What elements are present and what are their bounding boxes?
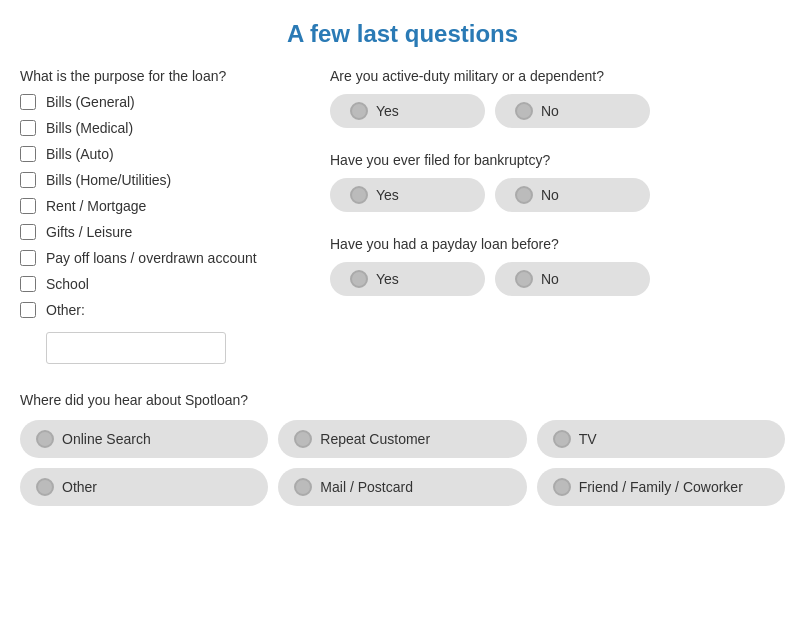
payday-radio-group: Yes No (330, 262, 785, 296)
checkbox-item-pay-off-loans: Pay off loans / overdrawn account (20, 250, 290, 266)
military-yes-circle (350, 102, 368, 120)
military-no-circle (515, 102, 533, 120)
checkbox-item-rent-mortgage: Rent / Mortgage (20, 198, 290, 214)
checkbox-label-rent-mortgage: Rent / Mortgage (46, 198, 146, 214)
military-question-label: Are you active-duty military or a depend… (330, 68, 785, 84)
checkbox-item-bills-general: Bills (General) (20, 94, 290, 110)
hear-about-label: Where did you hear about Spotloan? (20, 392, 785, 408)
payday-no-label: No (541, 271, 559, 287)
checkbox-bills-home[interactable] (20, 172, 36, 188)
military-yes-btn[interactable]: Yes (330, 94, 485, 128)
questions-section: Are you active-duty military or a depend… (330, 68, 785, 320)
checkbox-bills-medical[interactable] (20, 120, 36, 136)
payday-yes-circle (350, 270, 368, 288)
bankruptcy-radio-group: Yes No (330, 178, 785, 212)
hear-circle-online-search (36, 430, 54, 448)
military-no-btn[interactable]: No (495, 94, 650, 128)
checkbox-pay-off-loans[interactable] (20, 250, 36, 266)
hear-label-tv: TV (579, 431, 597, 447)
bankruptcy-yes-label: Yes (376, 187, 399, 203)
bankruptcy-yes-btn[interactable]: Yes (330, 178, 485, 212)
hear-label-repeat-customer: Repeat Customer (320, 431, 430, 447)
checkbox-label-gifts-leisure: Gifts / Leisure (46, 224, 132, 240)
loan-purpose-checkboxes: Bills (General)Bills (Medical)Bills (Aut… (20, 94, 290, 318)
hear-btn-friend-family[interactable]: Friend / Family / Coworker (537, 468, 785, 506)
loan-purpose-label: What is the purpose for the loan? (20, 68, 290, 84)
payday-yes-btn[interactable]: Yes (330, 262, 485, 296)
bankruptcy-no-label: No (541, 187, 559, 203)
checkbox-gifts-leisure[interactable] (20, 224, 36, 240)
bankruptcy-question-label: Have you ever filed for bankruptcy? (330, 152, 785, 168)
payday-yes-label: Yes (376, 271, 399, 287)
hear-btn-mail-postcard[interactable]: Mail / Postcard (278, 468, 526, 506)
checkbox-label-bills-general: Bills (General) (46, 94, 135, 110)
page-title: A few last questions (20, 20, 785, 48)
other-text-input[interactable] (46, 332, 226, 364)
hear-circle-mail-postcard (294, 478, 312, 496)
hear-label-mail-postcard: Mail / Postcard (320, 479, 413, 495)
loan-purpose-section: What is the purpose for the loan? Bills … (20, 68, 290, 364)
bankruptcy-no-btn[interactable]: No (495, 178, 650, 212)
hear-about-section: Where did you hear about Spotloan? Onlin… (20, 392, 785, 506)
checkbox-label-school: School (46, 276, 89, 292)
hear-btn-other[interactable]: Other (20, 468, 268, 506)
bankruptcy-question-group: Have you ever filed for bankruptcy? Yes … (330, 152, 785, 212)
checkbox-label-other: Other: (46, 302, 85, 318)
hear-about-grid: Online SearchRepeat CustomerTVOtherMail … (20, 420, 785, 506)
checkbox-rent-mortgage[interactable] (20, 198, 36, 214)
checkbox-school[interactable] (20, 276, 36, 292)
checkbox-item-bills-auto: Bills (Auto) (20, 146, 290, 162)
bankruptcy-yes-circle (350, 186, 368, 204)
hear-btn-repeat-customer[interactable]: Repeat Customer (278, 420, 526, 458)
checkbox-label-bills-medical: Bills (Medical) (46, 120, 133, 136)
payday-no-circle (515, 270, 533, 288)
military-radio-group: Yes No (330, 94, 785, 128)
hear-label-online-search: Online Search (62, 431, 151, 447)
checkbox-other[interactable] (20, 302, 36, 318)
military-question-group: Are you active-duty military or a depend… (330, 68, 785, 128)
checkbox-bills-general[interactable] (20, 94, 36, 110)
hear-label-friend-family: Friend / Family / Coworker (579, 479, 743, 495)
checkbox-item-bills-medical: Bills (Medical) (20, 120, 290, 136)
hear-label-other: Other (62, 479, 97, 495)
checkbox-label-bills-home: Bills (Home/Utilities) (46, 172, 171, 188)
checkbox-label-pay-off-loans: Pay off loans / overdrawn account (46, 250, 257, 266)
checkbox-item-bills-home: Bills (Home/Utilities) (20, 172, 290, 188)
hear-circle-friend-family (553, 478, 571, 496)
checkbox-item-gifts-leisure: Gifts / Leisure (20, 224, 290, 240)
payday-no-btn[interactable]: No (495, 262, 650, 296)
military-yes-label: Yes (376, 103, 399, 119)
checkbox-item-other: Other: (20, 302, 290, 318)
hear-circle-repeat-customer (294, 430, 312, 448)
bankruptcy-no-circle (515, 186, 533, 204)
military-no-label: No (541, 103, 559, 119)
hear-btn-online-search[interactable]: Online Search (20, 420, 268, 458)
hear-circle-tv (553, 430, 571, 448)
checkbox-bills-auto[interactable] (20, 146, 36, 162)
hear-circle-other (36, 478, 54, 496)
payday-question-group: Have you had a payday loan before? Yes N… (330, 236, 785, 296)
hear-btn-tv[interactable]: TV (537, 420, 785, 458)
payday-question-label: Have you had a payday loan before? (330, 236, 785, 252)
checkbox-item-school: School (20, 276, 290, 292)
checkbox-label-bills-auto: Bills (Auto) (46, 146, 114, 162)
